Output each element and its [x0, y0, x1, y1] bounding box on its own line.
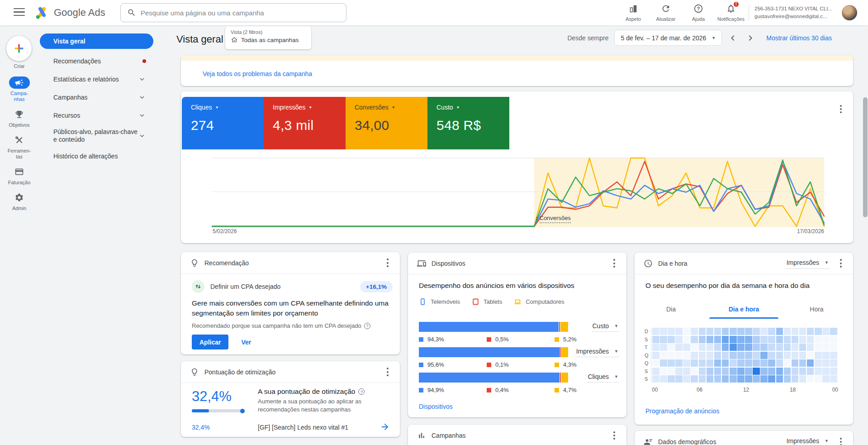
heatmap-cell: [714, 336, 721, 343]
campaigns-icon: [9, 77, 30, 89]
stacked-bar: [419, 322, 568, 332]
sidebar-item-publicos-alvo-palavras-chave-e-conteudo[interactable]: Públicos-alvo, palavras-chave e conteúdo: [40, 124, 153, 147]
account-info[interactable]: 256-353-1731 NEXO VITAL CLI... gustavofr…: [754, 5, 832, 20]
heatmap-cell: [699, 368, 706, 375]
heatmap-cell: [660, 352, 667, 359]
view-chip[interactable]: Vista (2 filtros) Todas as campanhas: [225, 26, 311, 49]
heatmap-cell: [691, 336, 698, 343]
heatmap-cell: [714, 352, 721, 359]
heatmap-row: S: [645, 336, 838, 343]
rail-item-admin[interactable]: Admin: [0, 191, 38, 211]
metric-card-impressoes[interactable]: Impressões▼ 4,3 mil: [264, 97, 346, 149]
heatmap-cell: [807, 328, 814, 335]
optimization-subtext: Aumente a sua pontuação ao aplicar as re…: [258, 397, 389, 414]
overview-menu-icon[interactable]: [835, 103, 847, 115]
heatmap-cell: [737, 359, 745, 367]
swap-arrows-icon: [192, 280, 204, 293]
rail-item-objetivos[interactable]: Objetivos: [0, 108, 38, 128]
tab-dia[interactable]: Dia: [635, 300, 707, 319]
heatmap-cell: [768, 336, 775, 343]
scrollbar: [863, 25, 868, 445]
sidebar-item-vista-geral[interactable]: Vista geral: [40, 33, 153, 49]
date-range-select[interactable]: 5 de fev. – 17 de mar. de 2026 ▼: [614, 30, 722, 46]
next-period-button[interactable]: [744, 31, 757, 45]
heatmap-row: S: [645, 375, 838, 383]
ajuda-button[interactable]: ? Ajuda: [682, 4, 715, 22]
bar-metric-dropdown-cliques[interactable]: Cliques▼: [587, 372, 619, 383]
menu-icon[interactable]: [14, 8, 25, 18]
ad-schedule-link[interactable]: Programação de anúncios: [645, 407, 719, 415]
avatar[interactable]: [842, 5, 857, 20]
apply-button[interactable]: Aplicar: [192, 335, 228, 349]
sidebar-item-campanhas[interactable]: Campanhas: [40, 88, 153, 106]
sidebar-item-recursos[interactable]: Recursos: [40, 106, 153, 124]
campaigns-menu-icon[interactable]: [608, 430, 620, 441]
demographics-menu-icon[interactable]: [835, 436, 847, 445]
help-circle-icon[interactable]: ?: [364, 323, 370, 329]
recommendation-reason: Recomendado porque sua campanha não tem …: [192, 322, 361, 329]
heatmap-cell: [815, 368, 822, 375]
heatmap-cell: [737, 375, 745, 383]
sidebar-item-recomendacoes[interactable]: Recomendações: [40, 52, 153, 70]
metric-card-conversoes[interactable]: Conversões▼ 34,00: [346, 97, 427, 149]
heatmap-cell: [776, 328, 783, 335]
heatmap-cell: [776, 344, 783, 351]
bar-metric-dropdown-custo[interactable]: Custo▼: [592, 321, 620, 332]
heatmap-cell: [815, 328, 822, 335]
heatmap-row: T: [645, 344, 838, 351]
atualizar-button[interactable]: Atualizar: [650, 4, 682, 22]
heatmap-cell: [822, 328, 830, 335]
heatmap-cell: [830, 359, 837, 367]
tab-hora[interactable]: Hora: [780, 300, 853, 319]
heatmap-cell: [722, 359, 729, 367]
arrow-right-icon[interactable]: [380, 422, 390, 432]
devices-menu-icon[interactable]: [608, 258, 620, 269]
rail-item-faturacao[interactable]: Faturação: [0, 166, 38, 186]
notification-badge: !: [733, 1, 740, 8]
card-title: Dispositivos: [432, 260, 608, 267]
heatmap-cell: [722, 352, 729, 359]
google-ads-logo[interactable]: Google Ads: [34, 5, 105, 20]
heatmap-cell: [683, 352, 690, 359]
search-input[interactable]: [141, 9, 346, 17]
day-hour-menu-icon[interactable]: [835, 258, 847, 269]
heatmap-cell: [792, 352, 799, 359]
create-button[interactable]: [6, 36, 32, 61]
metric-card-cliques[interactable]: Cliques▼ 274: [182, 97, 264, 149]
view-button[interactable]: Ver: [241, 339, 251, 346]
day-hour-metric-dropdown[interactable]: Impressões▼: [786, 258, 830, 269]
tab-dia-e-hora[interactable]: Dia e hora: [707, 300, 780, 319]
pct-value: 4,7%: [555, 387, 619, 393]
heatmap-cell: [792, 344, 799, 351]
rail-item-campa-nhas[interactable]: Campa-nhas: [0, 77, 38, 102]
search-box[interactable]: [120, 3, 346, 22]
heatmap-cell: [753, 375, 760, 383]
prev-period-button[interactable]: [726, 31, 740, 45]
clock-icon: [644, 259, 653, 268]
sidebar-item-estatisticas-e-relatorios[interactable]: Estatísticas e relatórios: [40, 70, 153, 88]
chevron-left-icon: [727, 33, 738, 43]
sidebar-item-historico-de-alteracoes[interactable]: Histórico de alterações: [40, 147, 153, 165]
campaign-issues-link[interactable]: Veja todos os problemas da campanha: [203, 70, 312, 77]
devices-link[interactable]: Dispositivos: [419, 403, 453, 410]
aspeto-button[interactable]: Aspeto: [617, 4, 650, 22]
heatmap-cell: [799, 328, 806, 335]
bar-metric-dropdown-impressoes[interactable]: Impressões▼: [575, 347, 619, 357]
optimization-menu-icon[interactable]: [382, 366, 394, 378]
pct-value: 0,1%: [487, 361, 555, 368]
demographics-metric-dropdown[interactable]: Impressões▼: [786, 436, 830, 445]
rail-item-ferramen-tas[interactable]: Ferramen-tas: [0, 134, 38, 160]
notificacoes-button[interactable]: ! Notificações: [715, 4, 747, 22]
heatmap-cell: [753, 344, 760, 351]
chart-annotation[interactable]: ↑Conversões: [535, 215, 571, 221]
heatmap-cell: [776, 352, 783, 359]
metric-cards: Cliques▼ 274 Impressões▼ 4,3 mil Convers…: [182, 97, 509, 149]
heatmap-cell: [707, 328, 714, 335]
heatmap-cell: [699, 336, 706, 343]
scrollbar-thumb[interactable]: [863, 97, 868, 217]
recommendation-menu-icon[interactable]: [382, 257, 394, 269]
help-circle-icon[interactable]: ?: [358, 388, 365, 395]
metric-card-custo[interactable]: Custo▼ 548 R$: [427, 97, 509, 149]
range-hint: Desde sempre: [567, 34, 608, 42]
show-last-30-link[interactable]: Mostrar últimos 30 dias: [766, 34, 832, 42]
